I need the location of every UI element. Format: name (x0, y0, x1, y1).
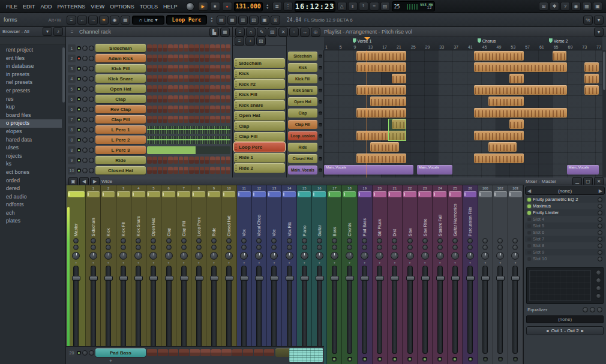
menu-help[interactable]: HELP (161, 2, 180, 11)
browser-item[interactable]: in presets (0, 71, 62, 79)
timeline-marker[interactable]: Chorus (478, 38, 496, 44)
stereo-sep-knob[interactable] (181, 238, 187, 243)
step-cell[interactable] (215, 75, 220, 82)
step-cell[interactable] (215, 85, 220, 92)
playlist-track-lane[interactable] (324, 119, 602, 130)
channel-pan-knob[interactable] (82, 76, 88, 82)
step-cell[interactable] (173, 55, 178, 62)
pattern-item[interactable]: Ride 1 (234, 153, 285, 163)
step-cell[interactable] (226, 167, 230, 174)
stereo-sep-knob[interactable] (226, 238, 232, 243)
step-cell[interactable] (226, 95, 230, 103)
mixer-strip[interactable]: 1Sidechain▾ (86, 185, 101, 364)
step-cell[interactable] (215, 106, 220, 113)
step-cell[interactable] (163, 167, 167, 174)
eq-knob[interactable] (136, 245, 141, 250)
step-cell[interactable] (179, 85, 184, 92)
pan-knob[interactable] (104, 252, 112, 260)
pan-knob[interactable] (72, 252, 80, 260)
browser-item[interactable]: ed audio (0, 193, 62, 201)
step-cell[interactable] (194, 75, 199, 82)
step-cell[interactable] (194, 157, 199, 164)
stereo-sep-knob[interactable] (347, 238, 352, 243)
pan-knob[interactable] (346, 252, 353, 260)
step-cell[interactable] (147, 106, 152, 113)
track-name-button[interactable]: Main_Vocals (288, 166, 317, 175)
channel-mute-led[interactable] (77, 97, 81, 101)
eq-knob[interactable] (422, 245, 428, 250)
browser-item[interactable]: o projects (0, 119, 62, 128)
step-cell[interactable] (189, 44, 194, 52)
redo-icon[interactable]: → (88, 16, 98, 25)
fader-handle[interactable] (195, 276, 203, 281)
step-cell[interactable] (221, 116, 226, 123)
pattern-clip[interactable] (488, 97, 524, 106)
playlist-grid[interactable]: Main_VocalsMain_VocalsMain_Vocals (324, 50, 602, 178)
pattern-clip[interactable]: Main_Vocals (324, 165, 413, 175)
browser-item[interactable]: er presets (0, 87, 62, 95)
slot-mix-knob[interactable] (598, 243, 602, 248)
pattern-clip[interactable] (474, 108, 567, 118)
menu-options[interactable]: OPTIONS (107, 2, 137, 11)
channel-button[interactable]: L Perc 3 (95, 146, 146, 154)
stereo-sep-knob[interactable] (302, 238, 307, 243)
volume-fader[interactable] (121, 266, 126, 354)
step-cell[interactable] (200, 95, 205, 103)
step-cell[interactable] (210, 95, 215, 103)
step-cell[interactable] (147, 95, 152, 103)
step-cell[interactable] (221, 106, 226, 113)
browser-item[interactable]: dered (0, 185, 62, 193)
mixer-track-color-tab[interactable] (177, 191, 190, 197)
browser-item[interactable]: hared data (0, 136, 62, 145)
step-cell[interactable] (200, 55, 205, 62)
browser-item[interactable]: ent files (0, 55, 62, 63)
pattern-clip[interactable] (474, 85, 567, 95)
blend-notes-icon[interactable]: ≈ (370, 2, 379, 11)
slot-enable-led[interactable] (527, 244, 531, 248)
step-cell[interactable] (179, 167, 184, 174)
stereo-sep-knob[interactable] (271, 238, 277, 243)
stereo-sep-knob[interactable] (362, 238, 367, 243)
mixer-strip[interactable]: 23Saw Rise▾ (418, 185, 433, 364)
mixer-titlebar[interactable]: ▣◀▶ Wide Mixer - Master ▁▢✕ (66, 178, 606, 185)
sound-preview-icon[interactable]: ♪ (53, 27, 63, 36)
channel-button[interactable]: Adam Kick (95, 54, 146, 62)
step-cell[interactable] (189, 55, 194, 62)
channel-mute-led[interactable] (77, 67, 81, 71)
channel-mute-led[interactable] (77, 138, 81, 142)
stereo-sep-knob[interactable] (332, 238, 337, 243)
step-cell[interactable] (147, 349, 157, 356)
mixer-track-color-tab[interactable] (403, 191, 416, 197)
pattern-clip[interactable] (356, 62, 406, 72)
track-name-button[interactable]: Loop..ussion (288, 131, 317, 140)
step-cell[interactable] (169, 349, 179, 356)
pattern-item[interactable]: Loop Perc (234, 142, 285, 152)
tempo-display[interactable]: 131.000 (234, 2, 263, 11)
menu-file[interactable]: FILE (4, 2, 20, 11)
step-cell[interactable] (152, 75, 157, 82)
mixer-track-color-tab[interactable] (343, 191, 356, 197)
track-mute-led[interactable] (319, 134, 322, 138)
strip-mute-led[interactable] (377, 357, 382, 362)
channel-button[interactable]: Kick Fill (95, 64, 146, 73)
volume-fader[interactable] (407, 266, 413, 354)
step-cell[interactable] (194, 44, 199, 52)
fx-slot[interactable]: Slot 10 (525, 255, 605, 262)
step-cell[interactable] (221, 44, 226, 52)
mixer-strip[interactable]: 15Piano▾ (297, 185, 312, 364)
stereo-sep-knob[interactable] (437, 238, 443, 243)
step-cell[interactable] (221, 85, 226, 92)
eq-knob[interactable] (211, 245, 217, 250)
fader-handle[interactable] (149, 276, 158, 281)
channel-pan-knob[interactable] (82, 158, 88, 163)
pan-knob[interactable] (376, 252, 383, 260)
pattern-clip[interactable] (488, 142, 517, 152)
step-cell[interactable] (158, 65, 163, 72)
channel-button[interactable]: L Perc 2 (95, 136, 146, 144)
pattern-item[interactable]: Ride 2 (234, 163, 285, 173)
step-cell[interactable] (173, 106, 178, 113)
slot-enable-led[interactable] (527, 237, 531, 241)
pattern-clip[interactable] (370, 97, 406, 106)
output-routing-button[interactable]: ◂ Out 1 - Out 2 ▸ (526, 326, 604, 335)
track-name-button[interactable]: Kick (288, 63, 317, 72)
